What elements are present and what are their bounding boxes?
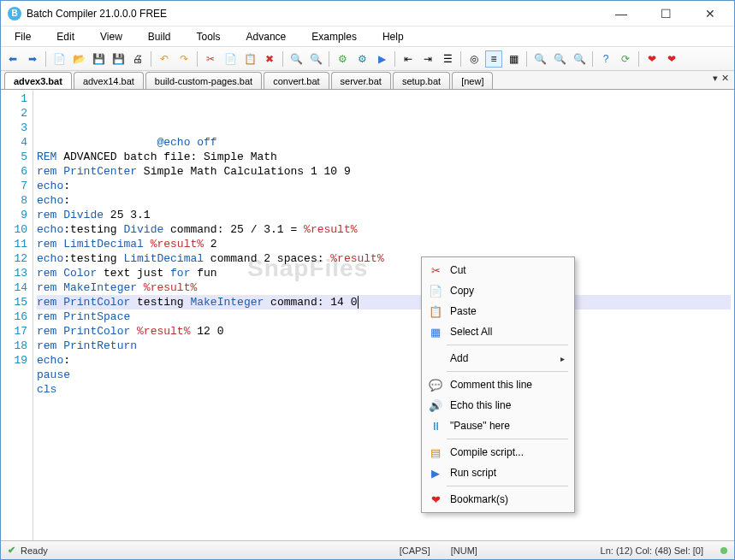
menu-edit[interactable]: Edit bbox=[51, 29, 80, 44]
code-line[interactable] bbox=[37, 397, 731, 411]
code-line[interactable]: echo: bbox=[37, 193, 731, 208]
line-number: 19 bbox=[3, 353, 27, 368]
context-bookmark-s-[interactable]: ❤Bookmark(s) bbox=[424, 489, 572, 510]
copy-button[interactable]: 📄 bbox=[222, 50, 239, 68]
paste-button[interactable]: 📋 bbox=[241, 50, 258, 68]
code-area[interactable]: SnapFiles @echo offREM ADVANCED batch fi… bbox=[33, 90, 734, 540]
code-line[interactable]: rem PrintSpace bbox=[37, 309, 731, 324]
context-add[interactable]: Add▸ bbox=[424, 348, 572, 368]
context-cut[interactable]: ✂Cut bbox=[424, 260, 572, 280]
context-comment-this-line[interactable]: 💬Comment this line bbox=[424, 374, 572, 395]
close-button[interactable]: ✕ bbox=[693, 3, 727, 24]
context-separator bbox=[447, 371, 568, 372]
status-ready: Ready bbox=[21, 545, 48, 556]
nav-forward-button[interactable]: ➡ bbox=[24, 50, 41, 68]
code-line[interactable]: REM ADVANCED batch file: Simple Math bbox=[37, 150, 731, 164]
wordwrap-button[interactable]: ≡ bbox=[485, 50, 502, 68]
line-number: 4 bbox=[3, 135, 27, 150]
tab-convert-bat[interactable]: convert.bat bbox=[264, 72, 329, 89]
redo-button[interactable]: ↷ bbox=[175, 50, 193, 68]
context-select-all[interactable]: ▦Select All bbox=[424, 321, 572, 342]
indent-left-button[interactable]: ⇤ bbox=[400, 50, 417, 68]
menu-advance[interactable]: Advance bbox=[241, 29, 292, 44]
tab-dropdown-button[interactable]: ▾ bbox=[713, 73, 718, 84]
tab-advex3-bat[interactable]: advex3.bat bbox=[4, 72, 72, 89]
run-button[interactable]: ▶ bbox=[373, 50, 390, 68]
maximize-button[interactable]: ☐ bbox=[649, 3, 683, 24]
tab-close-button[interactable]: ✕ bbox=[721, 73, 729, 84]
menu-build[interactable]: Build bbox=[143, 29, 176, 44]
help-button[interactable]: ? bbox=[597, 50, 614, 68]
save-all-button[interactable]: 💾 bbox=[110, 50, 127, 68]
find-button[interactable]: 🔍 bbox=[287, 50, 305, 68]
code-line[interactable]: echo:testing LimitDecimal command 2 spac… bbox=[37, 251, 731, 266]
code-line[interactable]: cls bbox=[37, 382, 731, 397]
zoom-out-button[interactable]: 🔍 bbox=[531, 50, 548, 68]
target-button[interactable]: ◎ bbox=[465, 50, 483, 68]
code-line[interactable]: echo:testing Divide command: 25 / 3.1 = … bbox=[37, 222, 731, 237]
context-echo-this-line[interactable]: 🔊Echo this line bbox=[424, 395, 572, 416]
tabbar: advex3.batadvex14.batbuild-custom-pages.… bbox=[1, 71, 734, 90]
build-button[interactable]: ⚙ bbox=[334, 50, 351, 68]
context-item-label: Comment this line bbox=[450, 379, 565, 391]
save-button[interactable]: 💾 bbox=[90, 50, 107, 68]
tab-setup-bat[interactable]: setup.bat bbox=[393, 72, 450, 89]
code-line[interactable]: echo: bbox=[37, 179, 731, 193]
line-gutter: 12345678910111213141516171819 bbox=[1, 90, 33, 540]
menubar: FileEditViewBuildToolsAdvanceExamplesHel… bbox=[1, 27, 734, 47]
code-line[interactable]: rem Divide 25 3.1 bbox=[37, 208, 731, 222]
open-file-button[interactable]: 📂 bbox=[70, 50, 87, 68]
zoom-in-button[interactable]: 🔍 bbox=[551, 50, 568, 68]
code-line[interactable]: echo: bbox=[37, 353, 731, 368]
new-file-button[interactable]: 📄 bbox=[50, 50, 68, 68]
code-line[interactable]: rem LimitDecimal %result% 2 bbox=[37, 237, 731, 251]
window-controls: — ☐ ✕ bbox=[604, 3, 727, 24]
line-number: 2 bbox=[3, 106, 27, 121]
list-button[interactable]: ☰ bbox=[439, 50, 456, 68]
undo-button[interactable]: ↶ bbox=[156, 50, 173, 68]
tab--new-[interactable]: [new] bbox=[452, 72, 493, 89]
line-number: 17 bbox=[3, 324, 27, 339]
code-line[interactable]: rem PrintReturn bbox=[37, 339, 731, 353]
menu-tools[interactable]: Tools bbox=[192, 29, 226, 44]
update-button[interactable]: ⟳ bbox=[617, 50, 634, 68]
menu-view[interactable]: View bbox=[95, 29, 127, 44]
compile-button[interactable]: ⚙ bbox=[353, 50, 370, 68]
cut-button[interactable]: ✂ bbox=[202, 50, 219, 68]
grid-button[interactable]: ▦ bbox=[505, 50, 522, 68]
context-run-script[interactable]: ▶Run script bbox=[424, 463, 572, 483]
delete-button[interactable]: ✖ bbox=[261, 50, 278, 68]
tab-advex14-bat[interactable]: advex14.bat bbox=[74, 72, 144, 89]
bookmark-list-button[interactable]: ❤ bbox=[663, 50, 680, 68]
context-compile-script---[interactable]: ▤Compile script... bbox=[424, 442, 572, 463]
context-item-label: Run script bbox=[450, 467, 565, 479]
code-line[interactable]: rem MakeInteger %result% bbox=[37, 280, 731, 295]
code-line[interactable]: pause bbox=[37, 368, 731, 382]
bookmark-button[interactable]: ❤ bbox=[643, 50, 661, 68]
menu-examples[interactable]: Examples bbox=[306, 29, 362, 44]
indent-right-button[interactable]: ⇥ bbox=[419, 50, 436, 68]
tab-build-custom-pages-bat[interactable]: build-custom-pages.bat bbox=[145, 72, 262, 89]
minimize-button[interactable]: — bbox=[604, 3, 638, 24]
context-copy[interactable]: 📄Copy bbox=[424, 280, 572, 301]
code-line[interactable]: rem PrintCenter Simple Math Calculations… bbox=[37, 164, 731, 179]
code-line[interactable]: rem Color text just for fun bbox=[37, 266, 731, 280]
code-line[interactable]: rem PrintColor %result% 12 0 bbox=[37, 324, 731, 339]
zoom-reset-button[interactable]: 🔍 bbox=[571, 50, 588, 68]
code-editor[interactable]: 12345678910111213141516171819 SnapFiles … bbox=[1, 90, 734, 540]
code-line[interactable]: rem PrintColor testing MakeInteger comma… bbox=[37, 295, 731, 309]
context--pause--here[interactable]: ⏸"Pause" here bbox=[424, 416, 572, 436]
tab-server-bat[interactable]: server.bat bbox=[331, 72, 391, 89]
menu-help[interactable]: Help bbox=[377, 29, 409, 44]
replace-button[interactable]: 🔍 bbox=[307, 50, 324, 68]
context-paste[interactable]: 📋Paste bbox=[424, 301, 572, 321]
context-item-icon: ✂ bbox=[428, 264, 443, 277]
nav-back-button[interactable]: ⬅ bbox=[4, 50, 21, 68]
line-number: 8 bbox=[3, 193, 27, 208]
menu-file[interactable]: File bbox=[9, 29, 36, 44]
status-cursor-position: Ln: (12) Col: (48) Sel: [0] bbox=[601, 545, 703, 556]
print-button[interactable]: 🖨 bbox=[129, 50, 146, 68]
code-line[interactable]: @echo off bbox=[37, 135, 731, 150]
line-number: 3 bbox=[3, 121, 27, 135]
context-item-label: Copy bbox=[450, 285, 565, 297]
